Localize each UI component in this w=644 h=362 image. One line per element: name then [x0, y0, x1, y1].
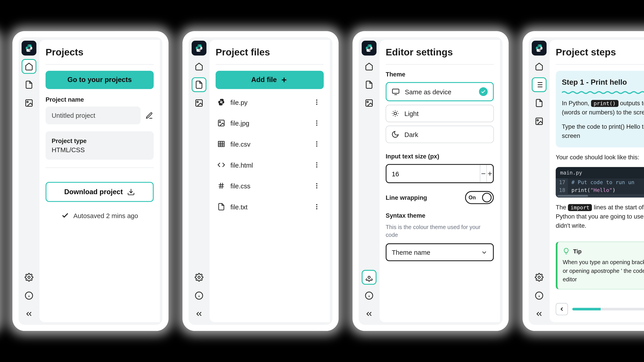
nav-images[interactable] — [362, 96, 376, 110]
code-line: 17 # Put code to run un — [556, 178, 644, 186]
nav-collapse[interactable] — [22, 307, 36, 321]
file-name: file.txt — [230, 203, 306, 210]
autosave-text: Autosaved 2 mins ago — [73, 212, 138, 219]
nav-home[interactable] — [362, 59, 376, 74]
go-to-projects-button[interactable]: Go to your projects — [46, 71, 154, 89]
add-file-button[interactable]: Add file — [216, 71, 324, 89]
image-icon — [195, 98, 204, 107]
file-menu-button[interactable] — [312, 118, 322, 128]
nav-files[interactable] — [192, 77, 206, 92]
file-row[interactable]: file.jpg — [216, 113, 324, 134]
increase-size-button[interactable]: + — [486, 165, 493, 182]
more-vertical-icon — [313, 161, 320, 168]
file-row[interactable]: file.txt — [216, 196, 324, 217]
code-example: main.py 17 # Put code to run un 18 print… — [556, 167, 644, 198]
file-menu-button[interactable] — [312, 181, 322, 191]
more-vertical-icon — [313, 120, 320, 126]
svg-point-45 — [316, 187, 317, 188]
nav-images[interactable] — [532, 114, 546, 129]
chevron-left-icon — [559, 306, 565, 312]
nav-collapse[interactable] — [532, 307, 546, 321]
project-type-card: Project type HTML/CSS — [46, 131, 154, 160]
file-menu-button[interactable] — [312, 202, 322, 212]
project-type-label: Project type — [52, 137, 148, 144]
nav-images[interactable] — [22, 96, 36, 110]
nav-home[interactable] — [532, 59, 546, 74]
nav-settings[interactable] — [532, 270, 546, 285]
info-icon — [195, 291, 204, 300]
svg-point-34 — [316, 143, 317, 145]
syntax-theme-desc: This is the colour theme used for your c… — [386, 223, 494, 239]
file-row[interactable]: file.html — [216, 154, 324, 175]
code-filename: main.py — [556, 167, 644, 178]
file-row[interactable]: file.csv — [216, 133, 324, 154]
file-menu-button[interactable] — [312, 97, 322, 107]
file-row[interactable]: file.py — [216, 92, 324, 113]
nav-collapse[interactable] — [192, 307, 206, 321]
nav-home[interactable] — [192, 59, 206, 74]
divider — [386, 64, 494, 64]
nav-info[interactable] — [532, 288, 546, 303]
nav-home[interactable] — [22, 59, 36, 74]
code-line: 18 print("Hello") — [556, 186, 644, 194]
download-project-button[interactable]: Download project — [46, 182, 154, 202]
text-file-icon — [217, 203, 225, 211]
edit-name-button[interactable] — [145, 109, 154, 122]
decrease-size-button[interactable]: − — [480, 165, 486, 182]
home-icon — [535, 62, 544, 71]
file-menu-button[interactable] — [312, 160, 322, 170]
nav-info[interactable] — [192, 288, 206, 303]
svg-point-73 — [537, 120, 538, 121]
divider — [556, 64, 644, 64]
project-name-label: Project name — [46, 96, 154, 103]
nav-files[interactable] — [362, 77, 376, 92]
step-intro: In Python, print() outputs text (words o… — [562, 98, 644, 117]
svg-rect-49 — [366, 100, 372, 106]
sidebar — [18, 37, 40, 325]
theme-option-label: Light — [404, 110, 418, 117]
svg-rect-12 — [196, 100, 202, 106]
nav-collapse[interactable] — [362, 307, 376, 321]
check-icon — [481, 89, 486, 94]
nav-files[interactable] — [532, 96, 546, 110]
text-size-input[interactable] — [386, 166, 480, 182]
python-icon — [535, 44, 544, 52]
nav-steps[interactable] — [532, 77, 546, 92]
theme-option-device[interactable]: Same as device — [386, 82, 494, 101]
theme-option-light[interactable]: Light — [386, 105, 494, 122]
svg-point-46 — [316, 204, 317, 205]
project-name-input[interactable] — [46, 107, 141, 124]
document-icon — [195, 80, 204, 89]
step-navigation — [556, 298, 644, 315]
gear-icon — [535, 273, 544, 282]
svg-point-20 — [316, 99, 317, 100]
svg-point-51 — [368, 276, 370, 278]
file-row[interactable]: file.css — [216, 175, 324, 196]
gear-icon — [24, 273, 33, 282]
svg-line-63 — [397, 115, 398, 116]
svg-point-22 — [316, 104, 317, 105]
python-icon — [24, 44, 33, 52]
nav-info[interactable] — [22, 288, 36, 303]
syntax-theme-select[interactable]: Theme name — [386, 244, 494, 261]
nav-files[interactable] — [22, 77, 36, 92]
wavy-underline — [562, 90, 644, 94]
svg-point-47 — [316, 206, 317, 207]
nav-settings[interactable] — [362, 270, 376, 285]
theme-option-dark[interactable]: Dark — [386, 126, 494, 143]
file-name: file.css — [230, 182, 306, 189]
home-icon — [24, 62, 33, 71]
nav-info[interactable] — [362, 288, 376, 303]
svg-point-33 — [316, 141, 317, 143]
settings-panel: Editor settings Theme Same as device Lig… — [380, 40, 500, 322]
nav-settings[interactable] — [192, 270, 206, 285]
text-size-field: − + — [386, 164, 494, 183]
svg-line-41 — [220, 183, 221, 189]
line-wrap-toggle[interactable]: On — [465, 191, 494, 204]
nav-images[interactable] — [192, 96, 206, 110]
code-scrollbar[interactable] — [556, 194, 644, 198]
file-menu-button[interactable] — [312, 139, 322, 149]
prev-step-button[interactable] — [556, 303, 568, 315]
nav-settings[interactable] — [22, 270, 36, 285]
theme-label: Theme — [386, 71, 494, 78]
